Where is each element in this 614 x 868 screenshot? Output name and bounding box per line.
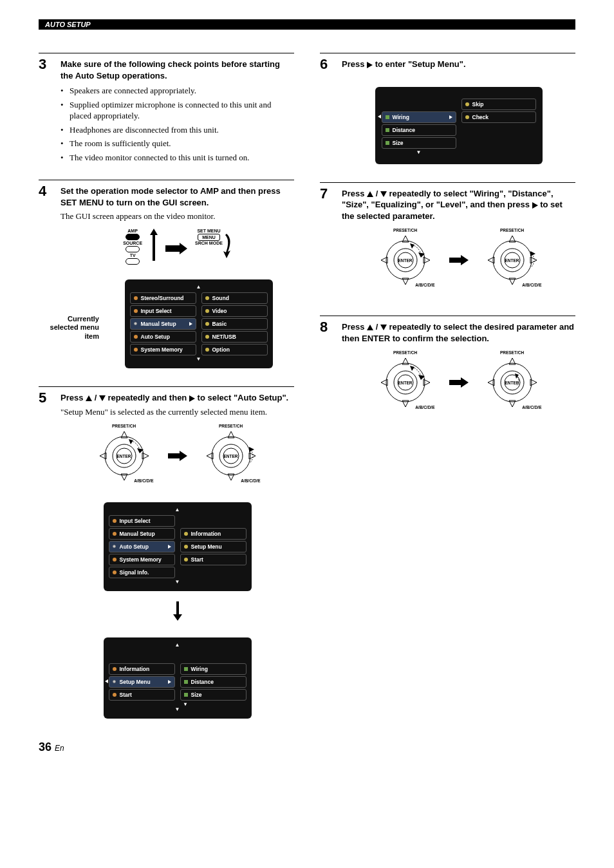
right-arrow-icon xyxy=(449,377,469,388)
label-tv: TV xyxy=(123,253,142,258)
svg-marker-20 xyxy=(173,601,182,621)
submenu-item: Size xyxy=(180,689,247,701)
gui-screen-setup-menu: ▲ x Information Setup Menu Start x Wirin… xyxy=(104,637,252,719)
menu-label: Stereo/Surround xyxy=(141,295,184,301)
enter-label: ENTER xyxy=(505,258,519,263)
menu-label: System Memory xyxy=(120,556,162,563)
step-title: Set the operation mode selector to AMP a… xyxy=(60,185,294,208)
menu-label: System Memory xyxy=(141,346,183,353)
menu-label: Start xyxy=(120,692,132,698)
check-item: Speakers are connected appropriately. xyxy=(60,85,294,97)
chevron-right-icon xyxy=(189,322,192,326)
gui-container: Currently selected menu item ▲ Stereo/Su… xyxy=(48,274,294,372)
menu-label: Start xyxy=(191,556,203,563)
up-icon xyxy=(367,325,373,330)
up-arrow-icon xyxy=(150,229,158,261)
cursor-pad: PRESET/CH EN xyxy=(373,352,438,413)
pad-bottom-label: A/B/C/D/E xyxy=(415,405,434,410)
section-header: AUTO SETUP xyxy=(39,19,575,30)
pad-bottom-label: A/B/C/D/E xyxy=(241,478,260,483)
menu-label: Skip xyxy=(472,101,484,108)
menu-item: Size xyxy=(382,137,456,149)
press-arrow-icon xyxy=(221,232,232,258)
submenu-item: Basic xyxy=(201,318,268,330)
menu-label: Signal Info. xyxy=(120,569,149,576)
submenu-item: Distance xyxy=(180,676,247,688)
label-source: SOURCE xyxy=(123,241,142,245)
menu-label: Setup Menu xyxy=(120,679,151,685)
submenu-item: Information xyxy=(180,528,247,540)
check-item: Supplied optimizer microphone is connect… xyxy=(60,99,294,122)
menu-item: Manual Setup xyxy=(109,528,175,540)
down-icon xyxy=(380,191,387,197)
menu-item: Input Select xyxy=(130,305,196,317)
left-column: 3 Make sure of the following check point… xyxy=(39,53,294,754)
cursor-pad: PRESET/CH EN xyxy=(373,229,438,291)
square-icon xyxy=(184,667,188,671)
right-icon xyxy=(532,202,538,209)
check-item: The video monitor connected to this unit… xyxy=(60,152,294,164)
svg-marker-46 xyxy=(410,366,414,371)
scroll-up-icon: ▲ xyxy=(130,285,268,290)
step-5: 5 Press / repeatedly and then to select … xyxy=(39,386,294,722)
scroll-down-icon: ▼ xyxy=(130,357,268,362)
svg-marker-48 xyxy=(449,377,469,388)
gui-screen-main-menu: ▲ Stereo/Surround Input Select Manual Se… xyxy=(125,279,273,368)
square-icon xyxy=(184,680,188,684)
scroll-down-icon: ▼ xyxy=(382,150,456,155)
menu-label: Wiring xyxy=(393,114,409,120)
submenu-item: Option xyxy=(201,344,268,355)
selector-amp-icon xyxy=(126,234,140,240)
enter-label: ENTER xyxy=(398,258,412,263)
menu-item-selected: Wiring xyxy=(382,111,456,123)
menu-label: Wiring xyxy=(191,666,208,672)
menu-label: Check xyxy=(472,114,489,120)
menu-label: Distance xyxy=(393,127,415,133)
svg-marker-11 xyxy=(168,451,187,461)
submenu-item: Skip xyxy=(461,99,536,110)
right-column: 6 Press to enter "Setup Menu". x Wiring … xyxy=(320,53,575,754)
svg-marker-0 xyxy=(150,229,158,261)
square-icon xyxy=(386,141,389,145)
checklist: Speakers are connected appropriately. Su… xyxy=(60,85,294,163)
submenu-item: Setup Menu xyxy=(180,541,247,552)
down-arrow-icon xyxy=(60,601,294,623)
pad-top-label: PRESET/CH xyxy=(373,350,438,355)
menu-label: Basic xyxy=(212,321,227,327)
scroll-down-icon: ▾ xyxy=(180,702,247,707)
step-number: 3 xyxy=(39,57,51,165)
menu-label: Auto Setup xyxy=(120,543,149,550)
check-item: Headphones are disconnected from this un… xyxy=(60,124,294,136)
menu-item-selected: Auto Setup xyxy=(109,541,175,552)
step-4: 4 Set the operation mode selector to AMP… xyxy=(39,180,294,372)
menu-label: NET/USB xyxy=(212,334,236,340)
chevron-left-icon xyxy=(378,115,381,118)
scroll-up-icon: ▲ xyxy=(109,507,247,513)
enter-label: ENTER xyxy=(398,381,412,385)
step-number: 8 xyxy=(320,320,333,424)
gui-screen-auto-setup: ▲ Input Select Manual Setup Auto Setup S… xyxy=(104,502,252,591)
check-item: The room is sufficiently quiet. xyxy=(60,138,294,149)
menu-label: Manual Setup xyxy=(141,321,176,327)
pad-top-label: PRESET/CH xyxy=(373,228,438,232)
menu-item: Start xyxy=(109,689,175,701)
step-number: 6 xyxy=(320,57,333,168)
label-srch-mode: SRCH MODE xyxy=(195,241,223,245)
down-icon xyxy=(380,325,387,330)
right-icon xyxy=(189,395,195,402)
menu-item: Signal Info. xyxy=(109,567,175,578)
step-7: 7 Press / repeatedly to select "Wiring",… xyxy=(320,182,575,302)
svg-marker-30 xyxy=(449,255,469,265)
menu-label: Setup Menu xyxy=(191,543,222,550)
pad-bottom-label: A/B/C/D/E xyxy=(134,478,153,483)
label-set-menu: SET MENU xyxy=(195,229,223,233)
right-arrow-icon xyxy=(168,451,187,461)
step-title: Press / repeatedly to select "Wiring", "… xyxy=(342,188,575,222)
scroll-down-icon: ▼ xyxy=(109,580,247,585)
submenu-item: Sound xyxy=(201,292,268,304)
pad-top-label: PRESET/CH xyxy=(199,424,263,428)
square-icon xyxy=(386,128,389,132)
step-number: 5 xyxy=(39,391,51,722)
step-6: 6 Press to enter "Setup Menu". x Wiring … xyxy=(320,53,575,168)
menu-button: MENU xyxy=(198,234,220,241)
